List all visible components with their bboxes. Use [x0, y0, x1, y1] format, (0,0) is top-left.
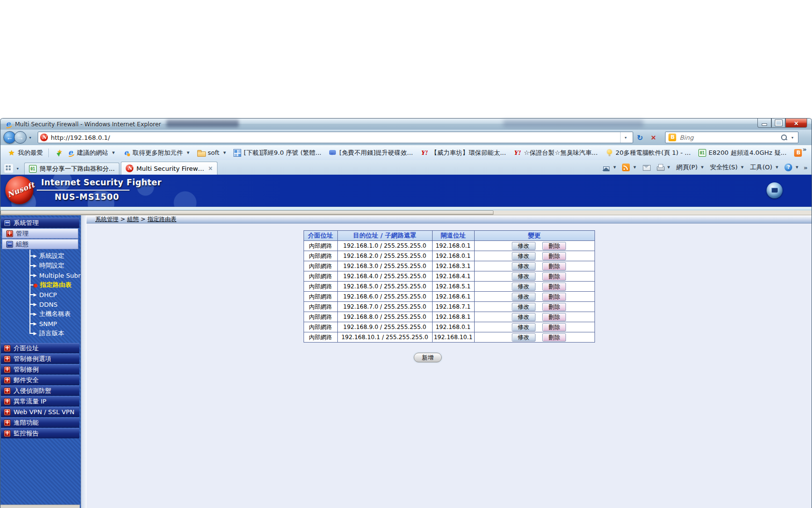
minimize-button[interactable] — [757, 119, 771, 128]
delete-button[interactable]: 刪除 — [542, 303, 566, 311]
breadcrumb-system-management[interactable]: 系統管理 — [95, 215, 118, 224]
address-url[interactable]: http://192.168.0.1/ — [51, 134, 620, 141]
search-input[interactable]: Bing — [680, 134, 780, 141]
delete-button[interactable]: 刪除 — [542, 283, 566, 291]
expand-icon[interactable] — [4, 398, 11, 405]
modify-button[interactable]: 修改 — [512, 303, 536, 311]
command-overflow-chevron[interactable]: » — [804, 164, 808, 171]
breadcrumb-routing-table[interactable]: 指定路由表 — [147, 215, 176, 224]
add-button[interactable]: 新增 — [414, 353, 442, 362]
sidebar-group-item[interactable]: 監控報告 — [1, 428, 79, 438]
collapse-icon[interactable] — [6, 241, 13, 248]
feeds-button[interactable] — [621, 163, 637, 172]
favorites-bar-item[interactable]: [免費不用錢]提升硬碟效... — [327, 148, 416, 158]
modify-button[interactable]: 修改 — [512, 252, 536, 260]
delete-button[interactable]: 刪除 — [542, 242, 566, 250]
sidebar-submenu-item[interactable]: 指定路由表 — [0, 280, 80, 290]
breadcrumb-configuration[interactable]: 組態 — [127, 215, 139, 224]
quick-tabs-button[interactable] — [4, 164, 13, 173]
sidebar-submenu-item[interactable]: Multiple Subnet — [0, 270, 80, 280]
expand-icon[interactable] — [4, 345, 11, 352]
expand-icon[interactable] — [4, 419, 11, 426]
modify-button[interactable]: 修改 — [512, 262, 536, 270]
sidebar-submenu-item[interactable]: DDNS — [0, 299, 80, 309]
tab-close-button[interactable] — [208, 164, 213, 172]
sidebar-group-item[interactable]: Web VPN / SSL VPN — [1, 407, 79, 417]
refresh-button[interactable] — [633, 132, 647, 143]
delete-button[interactable]: 刪除 — [542, 272, 566, 281]
page-menu-button[interactable]: 網頁(P) — [675, 162, 704, 173]
modify-button[interactable]: 修改 — [512, 323, 536, 331]
favorites-bar-item[interactable]: 20多種電腦軟件(頁 1) - ... — [603, 148, 693, 158]
sidebar-submenu-item[interactable]: 主機名稱表 — [0, 309, 80, 319]
expand-icon[interactable] — [4, 409, 11, 416]
sidebar-submenu-item[interactable]: 系統設定 — [0, 251, 80, 261]
sidebar-group-item[interactable]: 郵件安全 — [1, 375, 79, 385]
delete-button[interactable]: 刪除 — [542, 313, 566, 321]
delete-button[interactable]: 刪除 — [542, 323, 566, 331]
sidebar-submenu-item[interactable]: SNMP — [0, 319, 80, 329]
sidebar-group-configuration[interactable]: 組態 — [2, 239, 78, 249]
search-box[interactable]: Bing — [665, 132, 798, 143]
expand-icon[interactable] — [4, 430, 11, 437]
address-bar[interactable]: http://192.168.0.1/ — [38, 132, 633, 143]
tools-menu-button[interactable]: 工具(O) — [749, 162, 779, 173]
help-button[interactable] — [783, 163, 799, 172]
sidebar-group-item[interactable]: 管制條例 — [1, 364, 79, 374]
sidebar-group-item[interactable]: 入侵偵測防禦 — [1, 386, 79, 396]
modify-button[interactable]: 修改 — [512, 283, 536, 291]
close-button[interactable] — [785, 119, 807, 128]
favorites-bar-item[interactable]: FastCopy 的使用教學 -- ... — [792, 148, 802, 158]
tab-firewall-active[interactable]: Multi Security Firewall — [121, 162, 218, 175]
sidebar-group-system-management[interactable]: 系統管理 — [1, 218, 79, 228]
favorites-bar-item[interactable]: soft — [195, 148, 229, 158]
modify-button[interactable]: 修改 — [512, 313, 536, 321]
address-dropdown[interactable] — [620, 132, 631, 143]
delete-button[interactable]: 刪除 — [542, 252, 566, 260]
sidebar-submenu-item[interactable]: DHCP — [0, 290, 80, 299]
scrollbar-thumb[interactable] — [0, 210, 493, 215]
favorites-bar-item[interactable]: E8200 超頻道4.0GHz 疑... — [696, 148, 789, 158]
search-dropdown[interactable] — [788, 136, 795, 139]
collapse-icon[interactable] — [4, 220, 11, 226]
modify-button[interactable]: 修改 — [512, 272, 536, 281]
recent-pages-dropdown[interactable] — [27, 136, 34, 139]
modify-button[interactable]: 修改 — [512, 293, 536, 301]
safety-menu-button[interactable]: 安全性(S) — [709, 162, 745, 173]
tab-list-dropdown[interactable] — [14, 167, 21, 170]
sidebar-group-item[interactable]: 管制條例選項 — [1, 354, 79, 364]
sidebar-group-management[interactable]: 管理 — [2, 228, 78, 239]
maximize-button[interactable] — [771, 119, 785, 128]
sidebar-submenu-item[interactable]: 時間設定 — [0, 261, 80, 270]
add-to-favorites-bar-button[interactable] — [52, 148, 64, 158]
expand-icon[interactable] — [4, 388, 11, 394]
favorites-bar-item[interactable]: ☆保證台製☆無臭味汽車... — [511, 148, 600, 158]
search-button[interactable] — [780, 134, 788, 141]
favorites-button[interactable]: 我的最愛 — [5, 148, 45, 158]
delete-button[interactable]: 刪除 — [542, 262, 566, 270]
read-mail-button[interactable] — [641, 163, 651, 172]
expand-icon[interactable] — [4, 366, 11, 373]
sidebar-horizontal-scrollbar[interactable] — [0, 505, 80, 508]
favorites-bar-item[interactable]: 取得更多附加元件 — [120, 148, 191, 158]
delete-button[interactable]: 刪除 — [542, 333, 566, 342]
favorites-bar-item[interactable]: [下載]譯經9.0 序號 (繁體... — [231, 148, 324, 158]
sidebar-group-item[interactable]: 介面位址 — [1, 343, 79, 353]
sidebar-group-item[interactable]: 異常流量 IP — [1, 396, 79, 406]
modify-button[interactable]: 修改 — [512, 242, 536, 250]
horizontal-scrollbar[interactable] — [0, 210, 812, 215]
stop-button[interactable] — [647, 132, 660, 143]
expand-icon[interactable] — [6, 230, 13, 237]
sidebar-submenu-item[interactable]: 語言版本 — [0, 329, 80, 338]
print-button[interactable] — [655, 163, 671, 172]
sidebar-scrollbar[interactable] — [81, 215, 86, 508]
favorites-bar-item[interactable]: 建議的網站 — [64, 148, 117, 158]
home-button[interactable] — [601, 163, 617, 172]
modify-button[interactable]: 修改 — [512, 333, 536, 342]
title-bar[interactable]: Multi Security Firewall - Windows Intern… — [0, 119, 812, 130]
expand-icon[interactable] — [4, 377, 11, 384]
sidebar-group-item[interactable]: 進階功能 — [1, 418, 79, 428]
favorites-bar-item[interactable]: 【威力車坊】環保節能太... — [418, 148, 508, 158]
forward-button[interactable] — [14, 131, 27, 144]
favorites-overflow-chevron[interactable]: » — [803, 145, 807, 153]
